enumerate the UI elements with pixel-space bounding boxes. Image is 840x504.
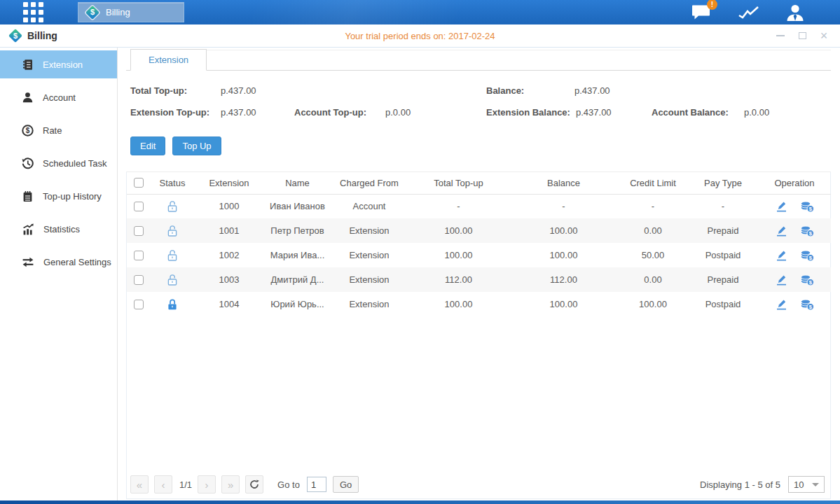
maximize-icon[interactable] (797, 31, 807, 41)
sidebar-item-label: Account (43, 92, 76, 103)
minimize-icon[interactable] (776, 31, 785, 41)
col-charged-from: Charged From (331, 172, 408, 194)
col-name: Name (264, 172, 331, 194)
cell-extension: 1001 (194, 218, 264, 243)
user-account-icon[interactable] (785, 4, 805, 22)
general-settings-icon (22, 256, 34, 268)
account-topup-value: p.0.00 (385, 107, 411, 118)
taskbar-billing-tab[interactable]: $ Billing (78, 2, 184, 22)
messages-icon[interactable]: ! (691, 4, 712, 21)
sidebar-item-scheduled-task[interactable]: Scheduled Task (0, 149, 117, 177)
goto-label: Go to (277, 479, 300, 490)
cell-name: Мария Ива... (264, 243, 331, 267)
cell-name: Петр Петров (264, 218, 331, 243)
desktop-screen: $ Billing ! (0, 0, 840, 504)
topup-button[interactable]: Top Up (172, 136, 221, 155)
cell-charged-from: Extension (331, 218, 408, 243)
cell-balance: 100.00 (509, 292, 618, 316)
row-checkbox[interactable] (134, 300, 144, 309)
cell-total-topup: 100.00 (408, 218, 509, 243)
cell-pay-type: - (688, 194, 758, 218)
trial-notice: Your trial period ends on: 2017-02-24 (0, 31, 840, 41)
total-topup-value: p.437.00 (221, 85, 256, 96)
cell-charged-from: Extension (331, 243, 408, 267)
scheduled-task-icon (22, 158, 34, 169)
cell-extension: 1002 (194, 243, 264, 267)
lock-open-icon (167, 274, 178, 286)
table-header-row: Status Extension Name Charged From Total… (127, 172, 831, 194)
first-page-button[interactable]: « (130, 475, 149, 493)
topup-row-icon[interactable]: $ (799, 200, 815, 213)
cell-charged-from: Extension (331, 267, 408, 292)
topup-row-icon[interactable]: $ (799, 225, 815, 237)
notification-badge: ! (707, 0, 717, 10)
taskbar-tab-label: Billing (106, 7, 130, 18)
cell-balance: 100.00 (509, 218, 618, 243)
edit-row-icon[interactable] (775, 298, 788, 311)
tab-extension[interactable]: Extension (130, 49, 207, 71)
cell-pay-type: Prepaid (688, 218, 758, 243)
close-icon[interactable]: × (819, 31, 829, 41)
cell-credit-limit: 0.00 (618, 218, 688, 243)
sidebar-item-extension[interactable]: Extension (0, 50, 117, 78)
cell-extension: 1000 (194, 194, 264, 218)
cell-name: Дмитрий Д... (264, 267, 331, 292)
desktop-topbar: $ Billing ! (0, 0, 840, 24)
page-size-value: 10 (794, 479, 804, 490)
last-page-button[interactable]: » (221, 475, 240, 493)
balance-value: p.437.00 (574, 85, 610, 96)
topup-row-icon[interactable]: $ (799, 298, 815, 311)
edit-button[interactable]: Edit (130, 136, 165, 155)
topup-row-icon[interactable]: $ (799, 274, 815, 286)
next-page-button[interactable]: › (198, 475, 216, 493)
cell-total-topup: 100.00 (408, 292, 509, 316)
topup-row-icon[interactable]: $ (799, 249, 815, 262)
row-checkbox[interactable] (134, 251, 144, 260)
extension-topup-label: Extension Top-up: (130, 107, 209, 118)
table-row: 1001 Петр Петров Extension 100.00 100.00… (127, 218, 831, 243)
col-operation: Operation (758, 172, 831, 194)
edit-row-icon[interactable] (775, 224, 788, 237)
sidebar-item-topup-history[interactable]: Top-up History (0, 182, 117, 210)
displaying-text: Displaying 1 - 5 of 5 (700, 479, 780, 490)
tab-label: Extension (149, 55, 188, 65)
col-extension: Extension (194, 172, 264, 194)
svg-text:$: $ (26, 127, 30, 134)
edit-row-icon[interactable] (775, 200, 788, 213)
edit-row-icon[interactable] (775, 248, 788, 262)
go-button[interactable]: Go (333, 476, 359, 493)
refresh-button[interactable] (245, 475, 263, 493)
page-size-select[interactable]: 10 (788, 476, 825, 493)
resource-monitor-icon[interactable] (737, 4, 760, 21)
row-checkbox[interactable] (134, 275, 144, 285)
select-all-checkbox[interactable] (134, 178, 144, 188)
sidebar-item-label: Scheduled Task (43, 158, 107, 169)
sidebar-item-rate[interactable]: $ Rate (0, 116, 117, 144)
extension-balance-value: p.437.00 (576, 107, 612, 118)
cell-charged-from: Account (331, 194, 408, 218)
cell-credit-limit: 0.00 (618, 267, 688, 292)
tab-strip: Extension (126, 49, 831, 71)
extension-topup-value: p.437.00 (221, 107, 256, 118)
row-checkbox[interactable] (134, 202, 144, 211)
cell-total-topup: 100.00 (408, 243, 509, 267)
row-checkbox[interactable] (134, 226, 144, 236)
apps-grid-icon[interactable] (23, 2, 44, 22)
total-topup-label: Total Top-up: (130, 85, 187, 96)
billing-diamond-icon: $ (85, 6, 99, 20)
extension-page: Extension Total Top-up: p.437.00 Balance… (118, 48, 840, 500)
prev-page-button[interactable]: ‹ (154, 475, 172, 493)
sidebar-item-account[interactable]: Account (0, 83, 117, 111)
goto-page-input[interactable] (307, 477, 326, 492)
extension-grid: Status Extension Name Charged From Total… (126, 172, 831, 499)
sidebar-item-label: Statistics (43, 224, 80, 234)
table-row: 1004 Юрий Юрь... Extension 100.00 100.00… (127, 292, 831, 316)
sidebar-item-general-settings[interactable]: General Settings (0, 248, 117, 276)
cell-balance: 112.00 (509, 267, 618, 292)
topup-history-icon (22, 190, 34, 202)
cell-total-topup: 112.00 (408, 267, 509, 292)
statistics-icon (22, 223, 34, 235)
edit-row-icon[interactable] (775, 273, 788, 286)
paging-toolbar: « ‹ 1/1 › » Go to Go Display (127, 473, 830, 498)
sidebar-item-statistics[interactable]: Statistics (0, 215, 117, 243)
